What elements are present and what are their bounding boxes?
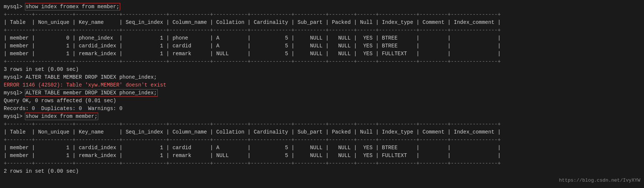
terminal-line: +--------+------------+--------------+--… <box>4 11 640 19</box>
mysql-prompt: mysql> <box>4 113 26 119</box>
terminal-line: mysql> show index from member; <box>4 113 640 120</box>
terminal-line: 3 rows in set (0.00 sec) <box>4 66 640 73</box>
command-text: ALTER TABLE member DROP INDEX phone_inde… <box>26 90 157 96</box>
website-link: https://blog.csdn.net/IvyXYW <box>4 177 640 184</box>
terminal-line: | member | 0 | phone_index | 1 | phone |… <box>4 34 640 42</box>
command-text: show index fromex from member; <box>26 4 119 10</box>
terminal: mysql> show index fromex from member;+--… <box>4 3 640 184</box>
terminal-line: +--------+------------+--------------+--… <box>4 26 640 34</box>
mysql-prompt: mysql> <box>4 90 26 96</box>
terminal-line: mysql> ALTER TABLE MEMBER DROP INDEX pho… <box>4 73 640 81</box>
terminal-line: Records: 0 Duplicates: 0 Warnings: 0 <box>4 105 640 113</box>
terminal-line: ERROR 1146 (42S02): Table 'xyw.MEMBER' d… <box>4 81 640 89</box>
mysql-prompt: mysql> <box>4 4 26 10</box>
terminal-line: | member | 1 | remark_index | 1 | remark… <box>4 50 640 58</box>
terminal-line: +--------+------------+--------------+--… <box>4 160 640 167</box>
terminal-line: Query OK, 0 rows affected (0.01 sec) <box>4 97 640 105</box>
terminal-line: mysql> ALTER TABLE member DROP INDEX pho… <box>4 89 640 97</box>
terminal-line: | Table | Non_unique | Key_name | Seq_in… <box>4 19 640 26</box>
terminal-line: | member | 1 | cardid_index | 1 | cardid… <box>4 144 640 152</box>
terminal-line: | member | 1 | cardid_index | 1 | cardid… <box>4 42 640 50</box>
terminal-line: | Table | Non_unique | Key_name | Seq_in… <box>4 128 640 136</box>
command-text: show index from member; <box>26 113 97 119</box>
terminal-line: 2 rows in set (0.00 sec) <box>4 167 640 175</box>
terminal-line: +--------+------------+--------------+--… <box>4 136 640 144</box>
terminal-line: mysql> show index fromex from member; <box>4 3 640 11</box>
terminal-line: | member | 1 | remark_index | 1 | remark… <box>4 152 640 160</box>
terminal-line: +--------+------------+--------------+--… <box>4 120 640 128</box>
terminal-line: +--------+------------+--------------+--… <box>4 58 640 66</box>
